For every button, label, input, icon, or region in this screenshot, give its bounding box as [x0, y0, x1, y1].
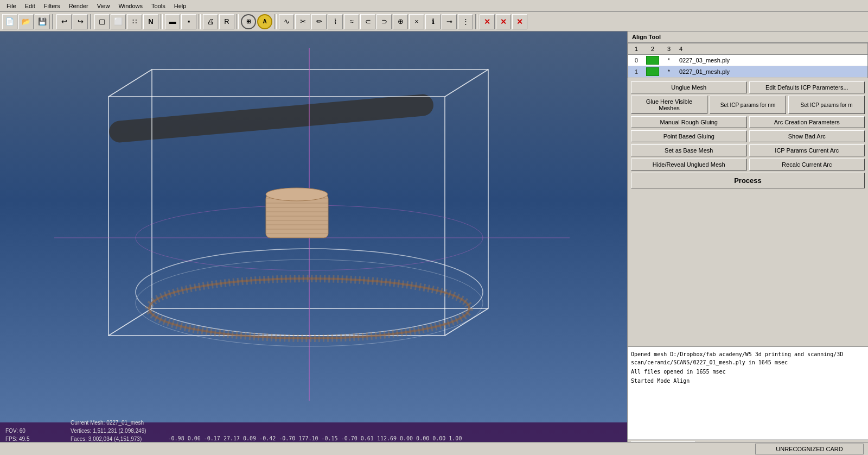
- menu-item-help[interactable]: Help: [170, 2, 191, 10]
- seg1-button[interactable]: ⊂: [360, 14, 375, 29]
- open-button[interactable]: 📂: [18, 14, 34, 29]
- flatten-button[interactable]: ⌇: [328, 14, 343, 29]
- new-button[interactable]: 📄: [2, 14, 17, 29]
- set-icp-1-button[interactable]: Set ICP params for nm: [710, 96, 786, 114]
- seg3-button[interactable]: ⊕: [393, 14, 408, 29]
- menu-item-render[interactable]: Render: [65, 2, 93, 10]
- recalc-current-button[interactable]: Recalc Current Arc: [749, 159, 865, 170]
- log-line: Started Mode Align: [631, 377, 865, 385]
- svg-rect-1: [152, 69, 488, 308]
- unrecognized-card-button[interactable]: UNRECOGNIZED CARD: [755, 444, 864, 454]
- current-mesh-label: Current Mesh: 0227_01_mesh: [71, 419, 146, 427]
- point-based-button[interactable]: Point Based Gluing: [631, 130, 747, 142]
- x-red2-button[interactable]: ✕: [496, 14, 511, 29]
- show-bad-arc-button[interactable]: Show Bad Arc: [749, 130, 865, 142]
- col-vis: 2: [644, 45, 661, 53]
- edit-defaults-icp-button[interactable]: Edit Defaults ICP Parameters...: [749, 81, 865, 93]
- toolbar: 📄 📂 💾 ↩ ↪ ▢ ⬜ ∷ N ▬ ▪ 🖨 R ⊞ A ∿ ✂ ✏ ⌇ ≈ …: [0, 12, 868, 31]
- info-button[interactable]: ℹ: [425, 14, 441, 29]
- row-base-icp-current: Set as Base Mesh ICP Params Current Arc: [631, 144, 865, 156]
- seg4-button[interactable]: ×: [409, 14, 424, 29]
- viewport[interactable]: FOV: 60 FPS: 49.5 BO_RENDERING Current M…: [0, 31, 627, 455]
- menu-bar: File Edit Filters Render View Windows To…: [0, 0, 868, 12]
- x-red3-button[interactable]: ✕: [512, 14, 527, 29]
- normals-button[interactable]: N: [143, 14, 158, 29]
- mesh-star-0: *: [661, 57, 677, 64]
- mesh-name-1: 0227_01_mesh.ply: [677, 68, 867, 75]
- manual-rough-button[interactable]: Manual Rough Gluing: [631, 116, 747, 128]
- menu-item-file[interactable]: File: [2, 2, 21, 10]
- unglue-mesh-button[interactable]: Unglue Mesh: [631, 81, 747, 93]
- menu-item-view[interactable]: View: [93, 2, 114, 10]
- col-star: 3: [661, 45, 677, 53]
- svg-line-2: [108, 69, 152, 97]
- separator-3: [161, 14, 163, 29]
- mesh-name-0: 0227_03_mesh.ply: [677, 57, 867, 64]
- hide-reveal-button[interactable]: Hide/Reveal Unglued Mesh: [631, 159, 747, 170]
- shade-button[interactable]: ▪: [181, 14, 196, 29]
- menu-item-edit[interactable]: Edit: [21, 2, 40, 10]
- snap-button[interactable]: ⋮: [458, 14, 473, 29]
- log-line: Opened mesh D:/Dropbox/fab academy/W5 3d…: [631, 350, 865, 366]
- log-content: Opened mesh D:/Dropbox/fab academy/W5 3d…: [628, 347, 868, 439]
- seg2-button[interactable]: ⊃: [376, 14, 392, 29]
- set-icp-2-button[interactable]: Set ICP params for m: [788, 96, 865, 114]
- log-panel: Opened mesh D:/Dropbox/fab academy/W5 3d…: [628, 346, 868, 455]
- mesh-num-1: 1: [628, 68, 644, 75]
- render-button[interactable]: R: [219, 14, 234, 29]
- flat-button[interactable]: ▬: [165, 14, 180, 29]
- x-red1-button[interactable]: ✕: [480, 14, 495, 29]
- menu-item-tools[interactable]: Tools: [147, 2, 170, 10]
- row-manual-arc: Manual Rough Gluing Arc Creation Paramet…: [631, 116, 865, 128]
- separator-1: [52, 14, 54, 29]
- mesh-row-0[interactable]: 0 * 0227_03_mesh.ply: [628, 55, 867, 66]
- mesh-vis-btn-1[interactable]: [646, 67, 659, 76]
- curve-button[interactable]: ∿: [279, 14, 294, 29]
- row-hide-recalc: Hide/Reveal Unglued Mesh Recalc Current …: [631, 159, 865, 170]
- svg-point-23: [266, 188, 328, 201]
- menu-item-filters[interactable]: Filters: [40, 2, 65, 10]
- mesh-row-1[interactable]: 1 * 0227_01_mesh.ply: [628, 66, 867, 78]
- grid-circle-button[interactable]: ⊞: [241, 14, 256, 29]
- matrix-display: -0.98 0.06 -0.17 27.17 0.09 -0.42 -0.70 …: [168, 435, 462, 443]
- glue-visible-button[interactable]: Glue Here Visible Meshes: [631, 96, 707, 114]
- menu-item-windows[interactable]: Windows: [114, 2, 147, 10]
- paint-button[interactable]: ✏: [311, 14, 327, 29]
- points-button[interactable]: ∷: [127, 14, 142, 29]
- separator-5: [237, 14, 239, 29]
- col-name: 4: [677, 45, 867, 53]
- separator-7: [475, 14, 477, 29]
- bottom-bar: UNRECOGNIZED CARD: [0, 442, 868, 455]
- icp-params-current-button[interactable]: ICP Params Current Arc: [749, 144, 865, 156]
- svg-line-3: [445, 69, 488, 97]
- undo-button[interactable]: ↩: [56, 14, 72, 29]
- redo-button[interactable]: ↪: [73, 14, 88, 29]
- main-area: FOV: 60 FPS: 49.5 BO_RENDERING Current M…: [0, 31, 868, 455]
- set-base-button[interactable]: Set as Base Mesh: [631, 144, 747, 156]
- align-tool-title: Align Tool: [628, 31, 868, 43]
- separator-6: [275, 14, 277, 29]
- measure-button[interactable]: ⊸: [442, 14, 457, 29]
- vertices-label: Vertices: 1,511,231 (2,098,249): [71, 427, 146, 435]
- select-button[interactable]: ▢: [94, 14, 110, 29]
- process-button[interactable]: Process: [631, 173, 865, 188]
- box-select-button[interactable]: ⬜: [111, 14, 126, 29]
- print-button[interactable]: 🖨: [203, 14, 218, 29]
- a-circle-button[interactable]: A: [257, 14, 272, 29]
- mesh-vis-btn-0[interactable]: [646, 56, 659, 65]
- mesh-list: 1 2 3 4 0 * 0227_03_mesh.ply 1 * 0227_01…: [628, 43, 868, 78]
- separator-4: [199, 14, 201, 29]
- separator-2: [90, 14, 92, 29]
- smooth-button[interactable]: ≈: [344, 14, 359, 29]
- log-line: All files opened in 1655 msec: [631, 368, 865, 376]
- mesh-list-header: 1 2 3 4: [628, 43, 867, 55]
- row-point-based: Point Based Gluing Show Bad Arc: [631, 130, 865, 142]
- right-panel: Align Tool 1 2 3 4 0 * 0227_03_mesh.ply …: [627, 31, 868, 455]
- row-unglue-icp: Unglue Mesh Edit Defaults ICP Parameters…: [631, 81, 865, 93]
- cut-button[interactable]: ✂: [295, 14, 310, 29]
- row-glue-seticp: Glue Here Visible Meshes Set ICP params …: [631, 96, 865, 114]
- arc-creation-button[interactable]: Arc Creation Parameters: [749, 116, 865, 128]
- save-button[interactable]: 💾: [35, 14, 50, 29]
- wireframe-svg: [0, 31, 627, 422]
- mesh-num-0: 0: [628, 57, 644, 64]
